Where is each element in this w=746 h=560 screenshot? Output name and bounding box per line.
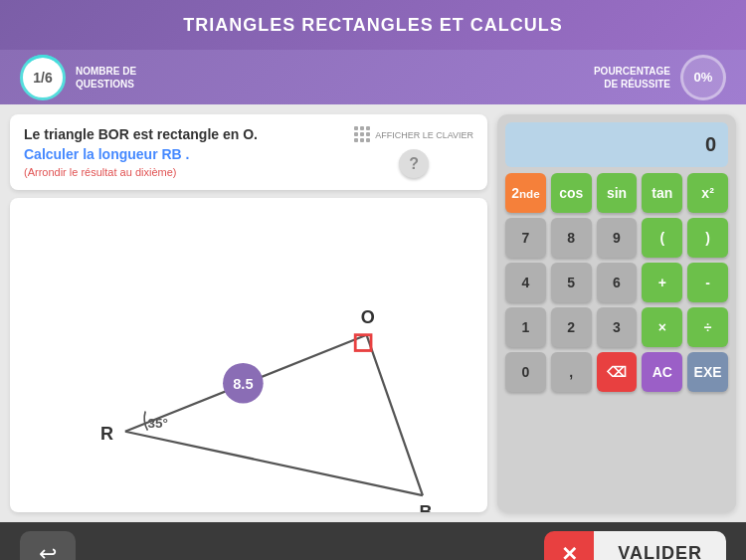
btn-9[interactable]: 9 (597, 218, 638, 258)
btn-4[interactable]: 4 (505, 263, 546, 302)
back-icon: ↩ (39, 541, 57, 561)
calculator-buttons: 2nde cos sin tan x² 7 8 9 ( ) 4 5 6 + - (505, 173, 728, 392)
calc-row-3: 4 5 6 + - (505, 263, 728, 302)
page-title: TRIANGLES RECTANGLES ET CALCULS (183, 15, 563, 36)
question-text: Le triangle BOR est rectangle en O. Calc… (24, 126, 344, 178)
btn-xsquared[interactable]: x² (687, 173, 728, 213)
btn-lparen[interactable]: ( (642, 218, 682, 258)
back-button[interactable]: ↩ (20, 531, 76, 561)
triangle-area: 35° 8.5 R O B (10, 198, 487, 512)
question-counter-circle: 1/6 (20, 55, 66, 100)
percent-label: POURCENTAGE DE RÉUSSITE (594, 65, 670, 91)
question-box: Le triangle BOR est rectangle en O. Calc… (10, 114, 487, 190)
highlight-rb: RB (161, 146, 181, 162)
btn-0[interactable]: 0 (505, 352, 546, 392)
btn-backspace[interactable]: ⌫ (597, 352, 638, 392)
svg-text:O: O (361, 307, 375, 327)
btn-8[interactable]: 8 (551, 218, 592, 258)
app-header: TRIANGLES RECTANGLES ET CALCULS (0, 0, 746, 50)
svg-text:35°: 35° (147, 416, 167, 431)
show-keyboard-button[interactable]: AFFICHER LE CLAVIER (354, 126, 473, 143)
question-actions: AFFICHER LE CLAVIER ? (354, 126, 473, 178)
btn-comma[interactable]: , (551, 352, 592, 392)
triangle-svg: 35° 8.5 R O B (10, 198, 487, 512)
btn-minus[interactable]: - (687, 263, 728, 302)
btn-multiply[interactable]: × (642, 307, 682, 347)
question-counter-box: 1/6 NOMBRE DE QUESTIONS (20, 55, 136, 100)
calc-row-5: 0 , ⌫ AC EXE (505, 352, 728, 392)
calc-row-1: 2nde cos sin tan x² (505, 173, 728, 213)
btn-5[interactable]: 5 (551, 263, 592, 302)
help-button[interactable]: ? (399, 149, 429, 178)
question-line2: Calculer la longueur RB . (24, 146, 344, 162)
question-counter-label: NOMBRE DE QUESTIONS (76, 65, 136, 91)
calc-row-2: 7 8 9 ( ) (505, 218, 728, 258)
btn-1[interactable]: 1 (505, 307, 546, 347)
btn-tan[interactable]: tan (642, 173, 682, 213)
btn-divide[interactable]: ÷ (687, 307, 728, 347)
btn-ac[interactable]: AC (642, 352, 682, 392)
subheader: 1/6 NOMBRE DE QUESTIONS POURCENTAGE DE R… (0, 50, 746, 104)
svg-line-1 (367, 335, 423, 495)
display-value: 0 (705, 133, 716, 156)
svg-text:B: B (420, 502, 433, 512)
btn-2[interactable]: 2 (551, 307, 592, 347)
btn-6[interactable]: 6 (597, 263, 638, 302)
question-counter-value: 1/6 (33, 70, 52, 86)
percent-value: 0% (694, 70, 713, 85)
btn-7[interactable]: 7 (505, 218, 546, 258)
btn-rparen[interactable]: ) (687, 218, 728, 258)
svg-text:R: R (100, 424, 113, 444)
calculator: 0 2nde cos sin tan x² 7 8 9 ( ) 4 (497, 114, 736, 512)
cancel-icon: ✕ (561, 542, 578, 561)
valider-area: ✕ VALIDER (544, 531, 726, 561)
footer: ↩ ✕ VALIDER (0, 522, 746, 560)
percent-circle: 0% (680, 55, 726, 100)
cancel-button[interactable]: ✕ (544, 531, 594, 561)
btn-cos[interactable]: cos (551, 173, 592, 213)
btn-3[interactable]: 3 (597, 307, 638, 347)
btn-plus[interactable]: + (642, 263, 682, 302)
main-content: Le triangle BOR est rectangle en O. Calc… (0, 104, 746, 522)
btn-exe[interactable]: EXE (687, 352, 728, 392)
valider-label: VALIDER (618, 543, 702, 560)
btn-sin[interactable]: sin (597, 173, 638, 213)
svg-line-2 (125, 432, 423, 495)
percent-box: POURCENTAGE DE RÉUSSITE 0% (594, 55, 726, 100)
grid-icon (354, 126, 371, 143)
calc-row-4: 1 2 3 × ÷ (505, 307, 728, 347)
svg-text:8.5: 8.5 (233, 376, 253, 392)
question-hint: (Arrondir le résultat au dixième) (24, 166, 344, 178)
left-panel: Le triangle BOR est rectangle en O. Calc… (10, 114, 487, 512)
valider-button[interactable]: VALIDER (594, 531, 726, 561)
calculator-display: 0 (505, 122, 728, 167)
btn-2nde[interactable]: 2nde (505, 173, 546, 213)
question-line1: Le triangle BOR est rectangle en O. (24, 126, 344, 142)
